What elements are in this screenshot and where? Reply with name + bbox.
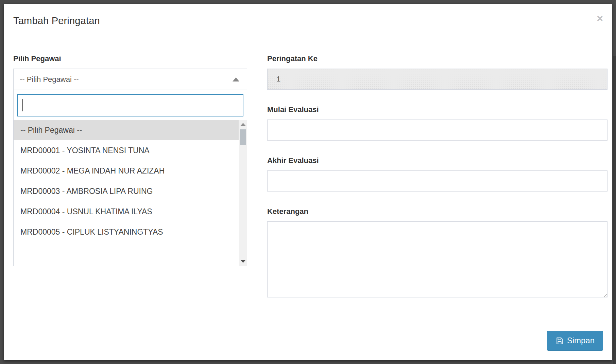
peringatan-ke-input — [267, 69, 608, 90]
modal-footer: Simpan — [4, 321, 612, 360]
employee-search-input[interactable] — [17, 94, 243, 116]
warning-fields-column: Peringatan Ke Mulai Evaluasi Akhir Evalu… — [267, 54, 608, 321]
mulai-evaluasi-group: Mulai Evaluasi — [267, 105, 608, 141]
employee-selected-value: -- Pilih Pegawai -- — [20, 75, 79, 84]
employee-option[interactable]: MRD00005 - CIPLUK LISTYANINGTYAS — [14, 222, 239, 242]
simpan-button[interactable]: Simpan — [547, 331, 603, 351]
keterangan-textarea[interactable] — [267, 221, 608, 297]
peringatan-ke-group: Peringatan Ke — [267, 54, 608, 90]
employee-select-column: Pilih Pegawai -- Pilih Pegawai -- -- Pil… — [13, 54, 247, 321]
mulai-evaluasi-label: Mulai Evaluasi — [267, 105, 608, 114]
keterangan-group: Keterangan — [267, 207, 608, 297]
employee-option[interactable]: MRD00001 - YOSINTA NENSI TUNA — [14, 140, 239, 161]
employee-option[interactable]: MRD00004 - USNUL KHATIMA ILYAS — [14, 201, 239, 222]
modal-header: Tambah Peringatan × — [4, 4, 612, 38]
keterangan-label: Keterangan — [267, 207, 608, 216]
tambah-peringatan-modal: Tambah Peringatan × Pilih Pegawai -- Pil… — [4, 4, 612, 360]
page-title: Tambah Peringatan — [13, 14, 100, 28]
scroll-up-icon[interactable] — [240, 123, 246, 126]
chevron-up-icon — [233, 77, 239, 81]
employee-options-list: -- Pilih Pegawai -- MRD00001 - YOSINTA N… — [14, 120, 247, 266]
scrollbar-thumb[interactable] — [240, 129, 246, 145]
close-icon: × — [597, 12, 603, 24]
close-button[interactable]: × — [597, 14, 603, 23]
simpan-button-label: Simpan — [567, 336, 595, 346]
employee-select-toggle[interactable]: -- Pilih Pegawai -- — [14, 69, 247, 90]
scroll-down-icon[interactable] — [240, 260, 246, 263]
pilih-pegawai-label: Pilih Pegawai — [13, 54, 247, 63]
employee-search-area — [14, 90, 247, 120]
employee-options-inner: -- Pilih Pegawai -- MRD00001 - YOSINTA N… — [14, 120, 247, 242]
text-cursor — [22, 99, 23, 111]
page-scrollbar-behind-backdrop — [613, 56, 616, 364]
employee-option[interactable]: -- Pilih Pegawai -- — [14, 120, 239, 140]
employee-option[interactable]: MRD00002 - MEGA INDAH NUR AZIZAH — [14, 161, 239, 181]
akhir-evaluasi-label: Akhir Evaluasi — [267, 156, 608, 165]
employee-select2: -- Pilih Pegawai -- -- Pilih Pegawai -- … — [13, 69, 247, 266]
akhir-evaluasi-group: Akhir Evaluasi — [267, 156, 608, 192]
save-floppy-icon — [555, 337, 564, 345]
peringatan-ke-label: Peringatan Ke — [267, 54, 608, 63]
mulai-evaluasi-input[interactable] — [267, 120, 608, 141]
options-scrollbar[interactable] — [239, 120, 247, 266]
akhir-evaluasi-input[interactable] — [267, 170, 608, 192]
modal-body: Pilih Pegawai -- Pilih Pegawai -- -- Pil… — [4, 38, 612, 321]
employee-option[interactable]: MRD00003 - AMBROSIA LIPA RUING — [14, 181, 239, 201]
